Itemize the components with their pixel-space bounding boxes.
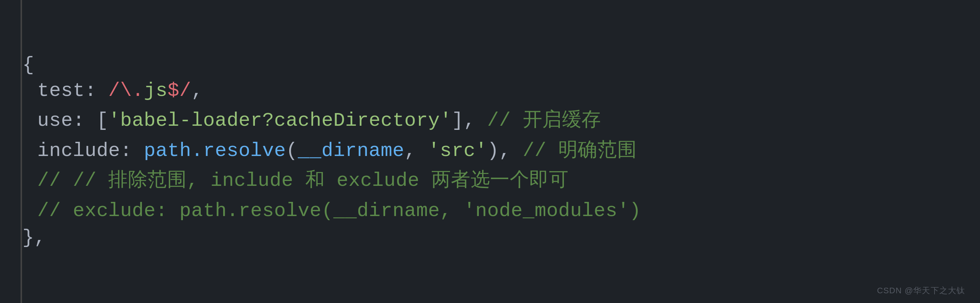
line-comment-exclude-path: // exclude: path.resolve(__dirname, 'nod… (37, 196, 958, 227)
comment-exclude-text: // // 排除范围, include 和 exclude 两者选一个即可 (37, 170, 568, 192)
key-use: use (37, 110, 73, 132)
code-container: { test: /\.js$/, use: ['babel-loader?cac… (0, 0, 980, 303)
string-babel: 'babel-loader?cacheDirectory' (108, 110, 452, 132)
src-arg: 'src' (428, 140, 487, 162)
path-resolve: path.resolve (144, 140, 286, 162)
watermark: CSDN @华天下之大钛 (877, 285, 965, 296)
open-brace: { (22, 54, 34, 76)
close-brace: }, (22, 227, 46, 249)
comment-exclude-path-text: // exclude: path.resolve(__dirname, 'nod… (37, 200, 641, 222)
line-test: test: /\.js$/, (37, 76, 958, 106)
key-include: include (37, 140, 120, 162)
key-test: test (37, 80, 85, 102)
open-brace-line: { (22, 54, 958, 76)
dirname-arg: __dirname (298, 140, 404, 162)
comment-include-range: // 明确范围 (523, 140, 637, 162)
close-brace-line: }, (22, 227, 958, 249)
regex-end: $/ (167, 80, 191, 102)
comment-cache: // 开启缓存 (487, 110, 601, 132)
line-use: use: ['babel-loader?cacheDirectory'], //… (37, 106, 958, 136)
line-comment-exclude: // // 排除范围, include 和 exclude 两者选一个即可 (37, 166, 958, 196)
line-include: include: path.resolve(__dirname, 'src'),… (37, 136, 958, 167)
code-block: test: /\.js$/, use: ['babel-loader?cache… (22, 76, 958, 227)
regex-js: js (144, 80, 167, 102)
regex-slash: /\. (108, 80, 144, 102)
left-border (21, 0, 22, 303)
